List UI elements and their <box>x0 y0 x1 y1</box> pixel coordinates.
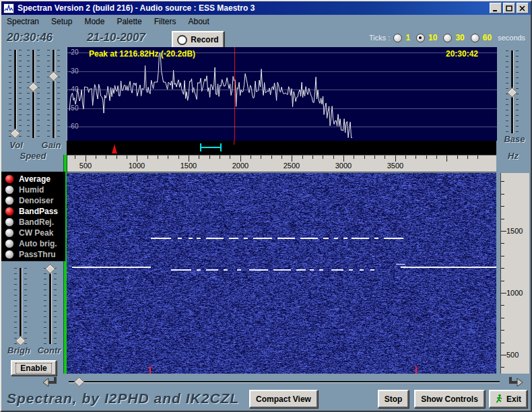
scale-tick <box>501 256 504 256</box>
ruler-tick <box>189 156 189 162</box>
ruler-tick <box>86 156 86 162</box>
contr-slider-track[interactable] <box>49 268 52 344</box>
minimize-button[interactable] <box>490 3 502 13</box>
spectrum-display[interactable]: -20-30-40-50-60Peak at 1216.82Hz (-20.2d… <box>67 47 497 141</box>
ticks-radio-60[interactable] <box>471 34 479 42</box>
ruler-tick <box>312 156 313 159</box>
filter-row-bandpass[interactable]: BandPass <box>1 206 65 217</box>
exit-runner-icon <box>495 394 503 404</box>
ticks-radio-10[interactable] <box>416 34 425 42</box>
scale-tick <box>501 281 504 281</box>
menu-item-spectran[interactable]: Spectran <box>7 17 39 26</box>
scale-tick <box>501 181 504 182</box>
filter-row-passthru[interactable]: PassThru <box>1 249 65 260</box>
filter-led-icon[interactable] <box>5 239 14 248</box>
date-display: 21-10-2007 <box>87 31 145 44</box>
waterfall-band-marker-1 <box>415 366 417 374</box>
filter-led-icon[interactable] <box>5 228 14 238</box>
ruler-tick <box>467 156 468 159</box>
speed-slider-label: Speed <box>19 151 47 161</box>
filter-row-average[interactable]: Average <box>1 174 65 184</box>
vol-slider-label: Vol <box>7 140 26 150</box>
db-axis-label: -30 <box>69 67 88 75</box>
scale-tick <box>501 293 506 294</box>
ticks-radio-1[interactable] <box>393 34 402 42</box>
filter-label: Denoiser <box>19 196 53 205</box>
stop-button[interactable]: Stop <box>378 390 409 408</box>
filter-row-denoiser[interactable]: Denoiser <box>1 195 65 206</box>
filter-led-icon[interactable] <box>5 250 14 259</box>
menu-item-setup[interactable]: Setup <box>51 17 72 26</box>
show-controls-button[interactable]: Show Controls <box>414 390 485 408</box>
vol-slider-ticks <box>19 50 22 138</box>
bandpass-bracket-icon[interactable] <box>200 143 222 151</box>
filter-label: PassThru <box>19 250 56 259</box>
filter-led-icon[interactable] <box>5 207 14 216</box>
gain-slider-ticks <box>47 50 50 138</box>
compact-view-button[interactable]: Compact View <box>249 390 318 408</box>
gain-slider-track[interactable] <box>53 50 55 138</box>
brigh-slider-track[interactable] <box>20 268 22 344</box>
window-title: Spectran Version 2 (build 216) - Audio s… <box>18 3 255 13</box>
scale-tick <box>501 318 504 318</box>
filter-row-humid[interactable]: Humid <box>1 184 65 195</box>
scale-tick <box>501 219 504 219</box>
brigh-slider-ticks <box>14 268 17 344</box>
filter-led-icon[interactable] <box>5 196 14 205</box>
contr-slider-ticks <box>44 268 46 344</box>
menu-item-filters[interactable]: Filters <box>154 17 176 26</box>
ruler-tick <box>415 156 416 159</box>
filter-row-autobrig[interactable]: Auto brig. <box>1 238 65 249</box>
ruler-tick <box>106 156 106 159</box>
stop-label: Stop <box>385 394 403 404</box>
speed-slider-ticks <box>37 50 40 138</box>
waterfall-scroll-track[interactable] <box>69 381 500 383</box>
waterfall-frequency-scale: 15001000500 <box>500 173 529 374</box>
scroll-right-arrow-icon[interactable] <box>506 376 524 389</box>
close-button[interactable] <box>517 3 529 13</box>
ruler-tick <box>96 156 96 159</box>
ruler-tick <box>220 156 220 159</box>
filter-led-icon[interactable] <box>5 185 14 195</box>
scale-tick <box>501 231 506 232</box>
scale-tick <box>501 367 504 368</box>
ticks-radio-30[interactable] <box>443 34 452 42</box>
filter-label: CW Peak <box>19 228 53 238</box>
exit-button[interactable]: Exit <box>489 390 527 408</box>
ruler-tick <box>158 156 158 159</box>
waterfall-scroll-thumb[interactable] <box>73 377 84 388</box>
maximize-button[interactable] <box>503 3 515 13</box>
ruler-tick <box>168 156 168 159</box>
enable-button[interactable]: Enable <box>11 360 57 376</box>
menu-item-about[interactable]: About <box>188 17 209 26</box>
filter-led-icon[interactable] <box>5 174 14 184</box>
compact-view-label: Compact View <box>256 394 311 404</box>
filter-led-icon[interactable] <box>5 217 14 227</box>
tune-marker-icon[interactable] <box>112 144 117 153</box>
menu-item-mode[interactable]: Mode <box>84 17 104 26</box>
waterfall-display[interactable] <box>67 173 496 374</box>
scale-label-1000: 1000 <box>506 289 528 297</box>
scroll-left-arrow-icon[interactable] <box>42 376 59 389</box>
marker-strip[interactable] <box>67 141 496 155</box>
contr-slider-ticks <box>54 268 57 344</box>
ruler-tick <box>147 156 148 159</box>
ruler-tick <box>374 156 375 159</box>
speed-slider-track[interactable] <box>32 50 35 138</box>
exit-label: Exit <box>506 394 521 404</box>
peak-readout: Peak at 1216.82Hz (-20.2dB) <box>89 49 195 59</box>
ruler-tick <box>127 156 127 159</box>
filter-row-bandrej[interactable]: BandRej. <box>1 217 65 228</box>
ruler-tick <box>354 156 354 159</box>
filter-row-cwpeak[interactable]: CW Peak <box>1 228 65 238</box>
ruler-tick <box>240 156 241 162</box>
ruler-tick <box>209 156 210 159</box>
ruler-tick <box>271 156 272 159</box>
scale-tick <box>501 243 504 244</box>
menu-item-palette[interactable]: Palette <box>117 17 141 26</box>
record-button[interactable]: Record <box>172 31 224 48</box>
ruler-tick <box>281 156 282 159</box>
ruler-tick <box>251 156 251 159</box>
ruler-label-1000: 1000 <box>125 162 149 170</box>
vol-slider-track[interactable] <box>14 50 17 138</box>
